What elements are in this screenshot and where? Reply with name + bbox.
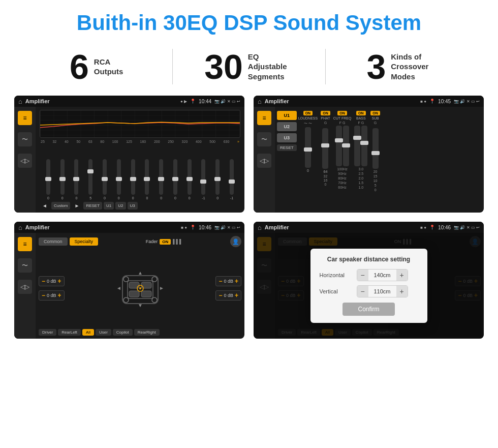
slider-track-5[interactable] (117, 159, 121, 195)
slider-thumb-7[interactable] (144, 177, 150, 181)
slider-thumb-4[interactable] (102, 177, 108, 181)
slider-track-11[interactable] (201, 159, 205, 195)
thumb-bass-g[interactable] (360, 141, 368, 145)
wave-icon[interactable]: 〜 (18, 132, 32, 146)
thumb-phat[interactable] (321, 143, 329, 147)
track-bass-g[interactable] (361, 126, 367, 166)
on-badge-phat[interactable]: ON (321, 111, 330, 115)
slider-thumb-11[interactable] (200, 180, 206, 184)
slider-thumb-10[interactable] (186, 177, 193, 181)
vertical-minus[interactable]: − (357, 286, 368, 297)
slider-col-5: 0 (112, 159, 126, 200)
sub-g-label: G (374, 121, 377, 127)
slider-track-2[interactable] (74, 159, 78, 195)
slider-thumb-8[interactable] (158, 177, 164, 181)
eq-icon-2[interactable]: ≡ (257, 111, 271, 125)
eq-icon-3[interactable]: ≡ (18, 237, 32, 251)
thumb-sub[interactable] (371, 151, 380, 155)
btn-copilot[interactable]: Copilot (113, 329, 133, 336)
btn-rearright[interactable]: RearRight (134, 329, 160, 336)
speaker-icon-3[interactable]: ◁▷ (18, 280, 32, 294)
thumb-cutfreq-f[interactable] (335, 138, 343, 142)
u3-btn[interactable]: U3 (128, 202, 138, 210)
slider-track-0[interactable] (46, 159, 50, 195)
track-phat[interactable] (322, 128, 328, 169)
slider-track-8[interactable] (159, 159, 163, 195)
slider-thumb-3[interactable] (87, 169, 94, 173)
u1-btn[interactable]: U1 (104, 202, 114, 210)
slider-thumb-0[interactable] (45, 177, 51, 181)
slider-thumb-12[interactable] (214, 177, 221, 181)
prev-btn[interactable]: ◄ (40, 202, 50, 210)
slider-track-9[interactable] (173, 159, 177, 195)
slider-thumb-2[interactable] (73, 177, 79, 181)
btn-driver[interactable]: Driver (39, 329, 56, 336)
minus-br[interactable]: − (219, 292, 222, 299)
location-icon-2: 📍 (429, 99, 435, 104)
fader-toggle[interactable]: ON (160, 239, 171, 245)
minus-bl[interactable]: − (42, 292, 45, 299)
preset-u3[interactable]: U3 (277, 133, 297, 142)
slider-thumb-5[interactable] (116, 177, 122, 181)
plus-tl[interactable]: + (58, 278, 61, 285)
btn-rearleft[interactable]: RearLeft (58, 329, 81, 336)
home-icon-1[interactable]: ⌂ (18, 98, 22, 105)
slider-thumb-9[interactable] (172, 177, 178, 181)
speaker-icon[interactable]: ◁▷ (18, 154, 32, 168)
speaker-icon-2[interactable]: ◁▷ (257, 154, 271, 168)
slider-thumb-13[interactable] (229, 180, 235, 184)
play-btn[interactable]: ► (72, 202, 82, 210)
tab-common[interactable]: Common (39, 237, 68, 246)
on-badge-bass[interactable]: ON (356, 111, 366, 115)
wave-icon-2[interactable]: 〜 (257, 132, 271, 146)
on-badge-cutfreq[interactable]: ON (337, 111, 347, 115)
thumb-loudness[interactable] (304, 147, 312, 152)
on-badge-sub[interactable]: ON (370, 111, 380, 115)
home-icon-2[interactable]: ⌂ (258, 98, 262, 105)
thumb-cutfreq-g[interactable] (342, 143, 350, 147)
on-badge-loudness[interactable]: ON (303, 111, 313, 115)
slider-track-4[interactable] (103, 159, 107, 195)
wave-icon-3[interactable]: 〜 (18, 258, 32, 273)
plus-bl[interactable]: + (58, 292, 61, 299)
slider-track-13[interactable] (230, 159, 234, 195)
track-cutfreq-g[interactable] (343, 126, 349, 166)
home-icon-4[interactable]: ⌂ (258, 224, 262, 231)
u2-btn[interactable]: U2 (115, 202, 126, 210)
horizontal-plus[interactable]: + (396, 270, 408, 281)
expand-icon[interactable]: » (237, 140, 239, 143)
minus-tl[interactable]: − (42, 278, 45, 285)
slider-track-12[interactable] (215, 159, 220, 195)
tab-specialty[interactable]: Specialty (70, 237, 99, 246)
slider-track-6[interactable] (131, 159, 135, 195)
eq-icon[interactable]: ≡ (18, 111, 32, 125)
track-sub[interactable] (372, 128, 379, 169)
custom-btn[interactable]: Custom (51, 202, 71, 210)
vertical-plus[interactable]: + (396, 286, 408, 297)
btn-all[interactable]: All (82, 329, 94, 336)
btn-user[interactable]: User (96, 329, 111, 336)
stat-number-rca: 6 (70, 49, 89, 84)
home-icon-3[interactable]: ⌂ (18, 224, 22, 231)
slider-track-7[interactable] (145, 159, 149, 195)
db-control-tr: − 0 dB + (215, 276, 241, 286)
horizontal-minus[interactable]: − (357, 270, 368, 281)
track-loudness[interactable] (305, 127, 311, 168)
track-cutfreq-f[interactable] (336, 126, 342, 166)
preset-u1[interactable]: U1 (277, 111, 297, 120)
slider-track-10[interactable] (188, 159, 192, 195)
slider-thumb-1[interactable] (59, 177, 66, 181)
thumb-bass-f[interactable] (353, 136, 361, 140)
minus-tr[interactable]: − (219, 278, 222, 285)
slider-thumb-6[interactable] (130, 177, 136, 181)
plus-tr[interactable]: + (235, 278, 238, 285)
track-bass-f[interactable] (354, 126, 360, 166)
reset-btn-2[interactable]: RESET (277, 144, 297, 151)
preset-u2[interactable]: U2 (277, 122, 297, 131)
time-3: 10:46 (199, 225, 211, 230)
confirm-button[interactable]: Confirm (343, 303, 394, 316)
slider-track-1[interactable] (60, 159, 65, 195)
reset-btn[interactable]: RESET (83, 202, 102, 210)
plus-br[interactable]: + (235, 292, 238, 299)
slider-track-3[interactable] (88, 159, 92, 195)
